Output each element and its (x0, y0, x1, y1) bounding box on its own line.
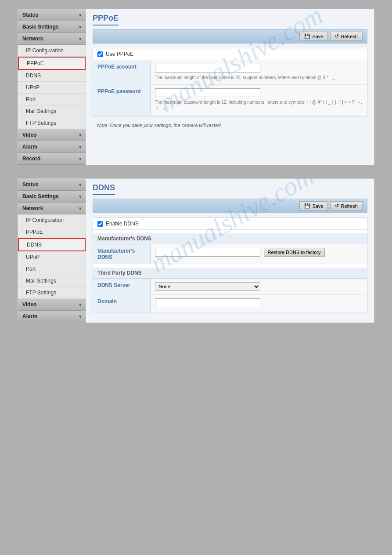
sidebar-item-alarm-1[interactable]: Alarm ▾ (18, 141, 86, 153)
arrow-icon: ▾ (79, 13, 81, 18)
ddns-form: Enable DDNS Manufacturer's DDNS Manufact… (93, 218, 367, 313)
password-hint: The maximum password length is 12, inclu… (155, 100, 362, 111)
account-input[interactable] (155, 64, 260, 73)
sidebar-1: Status ▾ Basic Settings ▾ Network ▾ IP C… (18, 9, 86, 165)
sidebar-item-port-1[interactable]: Port (18, 94, 86, 105)
use-pppoe-row: Use PPPoE (93, 48, 367, 60)
sidebar-item-upnp-2[interactable]: UPnP (18, 251, 86, 263)
use-pppoe-checkbox[interactable] (97, 51, 103, 57)
password-row: PPPoE password The maximum password leng… (93, 85, 367, 116)
sidebar-item-network-2[interactable]: Network ▾ (18, 203, 86, 214)
sidebar-item-pppoe-2[interactable]: PPPoE (18, 226, 86, 238)
pppoe-note: Note: Once you save your settings, the c… (93, 120, 367, 131)
arrow-icon: ▾ (79, 133, 81, 138)
restore-ddns-button[interactable]: Restore DDNS to factory (264, 248, 325, 257)
manufacturer-table: Manufacturer's DDNS Restore DDNS to fact… (93, 244, 367, 264)
pppoe-table: PPPoE account The maximum length of the … (93, 60, 367, 116)
manufacturer-input-row: Restore DDNS to factory (155, 248, 363, 257)
sidebar-item-alarm-2[interactable]: Alarm ▾ (18, 311, 86, 323)
arrow-icon: ▾ (79, 36, 81, 41)
sidebar-item-ddns-1[interactable]: DDNS (18, 70, 86, 82)
pppoe-title: PPPoE (93, 14, 119, 25)
sidebar-item-status-1[interactable]: Status ▾ (18, 9, 86, 21)
enable-ddns-checkbox[interactable] (97, 221, 103, 227)
arrow-icon: ▾ (79, 194, 81, 199)
password-label: PPPoE password (93, 85, 150, 116)
domain-input[interactable] (155, 298, 260, 307)
ddns-refresh-button[interactable]: ↺ Refresh (330, 201, 363, 210)
sidebar-item-video-2[interactable]: Video ▾ (18, 299, 86, 311)
sidebar-item-video-1[interactable]: Video ▾ (18, 129, 86, 141)
manufacturer-ddns-input[interactable] (155, 248, 260, 257)
account-row: PPPoE account The maximum length of the … (93, 60, 367, 85)
sidebar-item-upnp-1[interactable]: UPnP (18, 82, 86, 94)
sidebar-item-record-1[interactable]: Record ▾ (18, 153, 86, 165)
sidebar-item-ddns-2[interactable]: DDNS (18, 238, 86, 251)
enable-ddns-label: Enable DDNS (106, 221, 139, 227)
sidebar-item-ftp-2[interactable]: FTP Settings (18, 287, 86, 299)
account-label: PPPoE account (93, 60, 150, 85)
sidebar-item-network-1[interactable]: Network ▾ (18, 33, 86, 45)
arrow-icon: ▾ (79, 302, 81, 307)
floppy-icon: 💾 (304, 203, 310, 209)
sidebar-item-port-2[interactable]: Port (18, 263, 86, 275)
sidebar-item-pppoe-1[interactable]: PPPoE (18, 57, 86, 70)
manufacturer-section-header: Manufacturer's DDNS (93, 233, 367, 244)
sidebar-item-status-2[interactable]: Status ▾ (18, 179, 86, 191)
enable-ddns-row: Enable DDNS (93, 218, 367, 230)
arrow-icon: ▾ (79, 25, 81, 29)
arrow-icon: ▾ (79, 145, 81, 149)
sidebar-item-basic-settings-1[interactable]: Basic Settings ▾ (18, 21, 86, 33)
refresh-icon: ↺ (335, 33, 339, 39)
ddns-content: DDNS 💾 Save ↺ Refresh Enable DDNS (86, 179, 374, 323)
pppoe-content: PPPoE 💾 Save ↺ Refresh Use PPPoE (86, 9, 374, 165)
manufacturer-row: Manufacturer's DDNS Restore DDNS to fact… (93, 244, 367, 264)
ddns-title: DDNS (93, 183, 115, 195)
sidebar-item-mail-2[interactable]: Mail Settings (18, 275, 86, 287)
sidebar-item-ip-config-2[interactable]: IP Configuration (18, 214, 86, 226)
refresh-icon: ↺ (335, 203, 339, 209)
domain-row: Domain (93, 295, 367, 313)
third-party-section-header: Third Party DDNS (93, 268, 367, 279)
use-pppoe-label: Use PPPoE (106, 51, 133, 57)
sidebar-item-ftp-1[interactable]: FTP Settings (18, 117, 86, 129)
floppy-icon: 💾 (304, 33, 310, 39)
arrow-icon: ▾ (79, 206, 81, 211)
ddns-server-row: DDNS Server None (93, 279, 367, 295)
password-input[interactable] (155, 88, 260, 97)
sidebar-item-ip-config-1[interactable]: IP Configuration (18, 45, 86, 57)
ddns-save-button[interactable]: 💾 Save (299, 201, 328, 210)
ddns-panel: Status ▾ Basic Settings ▾ Network ▾ IP C… (18, 178, 374, 323)
ddns-server-select[interactable]: None (155, 282, 260, 291)
domain-label: Domain (93, 295, 150, 313)
account-hint: The maximum length of the user name is 2… (155, 75, 335, 80)
sidebar-item-mail-1[interactable]: Mail Settings (18, 105, 86, 117)
sidebar-item-basic-settings-2[interactable]: Basic Settings ▾ (18, 191, 86, 203)
arrow-icon: ▾ (79, 182, 81, 187)
ddns-server-label: DDNS Server (93, 279, 150, 295)
third-party-table: DDNS Server None Domain (93, 279, 367, 313)
pppoe-panel: Status ▾ Basic Settings ▾ Network ▾ IP C… (18, 9, 374, 165)
pppoe-form: Use PPPoE PPPoE account The maximum leng… (93, 48, 367, 116)
arrow-icon: ▾ (79, 156, 81, 161)
manufacturer-label: Manufacturer's DDNS (93, 244, 150, 264)
ddns-toolbar: 💾 Save ↺ Refresh (93, 199, 367, 213)
sidebar-2: Status ▾ Basic Settings ▾ Network ▾ IP C… (18, 179, 86, 323)
save-button[interactable]: 💾 Save (299, 32, 328, 41)
refresh-button[interactable]: ↺ Refresh (330, 32, 363, 41)
pppoe-toolbar: 💾 Save ↺ Refresh (93, 29, 367, 44)
arrow-icon: ▾ (79, 314, 81, 319)
